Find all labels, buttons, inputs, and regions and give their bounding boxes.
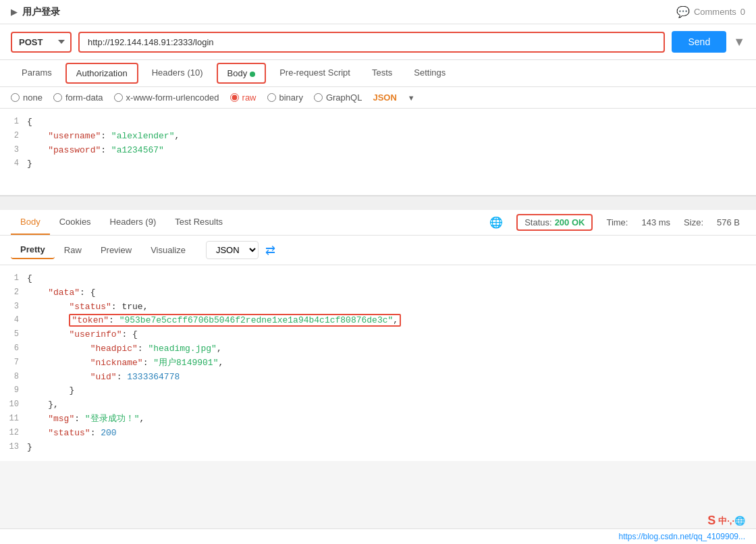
resp-line-12: 12 "status": 200 [0,427,756,441]
resp-line-7: 7 "nickname": "用户8149901", [0,356,756,371]
wrap-icon[interactable]: ⇄ [265,243,275,258]
status-value: 200 OK [555,217,585,227]
req-line-3: 3 "password": "a1234567" [0,144,756,158]
response-status-bar: 🌐 Status: 200 OK Time: 143 ms Size: 576 … [489,214,745,231]
option-none[interactable]: none [11,92,43,103]
resp-tab-body[interactable]: Body [11,210,50,235]
status-group: Status: 200 OK [516,214,593,231]
request-bar: POST GET PUT DELETE Send ▼ [0,24,756,60]
body-options: none form-data x-www-form-urlencoded raw… [0,87,756,109]
collection-title: ▶ 用户登录 [11,6,60,18]
json-format-dropdown[interactable]: ▼ [408,94,415,102]
resp-line-10: 10 }, [0,398,756,412]
fmt-visualize[interactable]: Visualize [141,242,195,259]
option-form-data[interactable]: form-data [53,92,103,103]
req-line-2: 2 "username": "alexlender", [0,130,756,144]
option-graphql[interactable]: GraphQL [314,92,362,103]
tab-settings[interactable]: Settings [403,61,456,86]
comments-count: 0 [740,7,745,17]
time-label: Time: [606,217,628,227]
option-raw[interactable]: raw [230,92,256,103]
resp-line-3: 3 "status": true, [0,300,756,315]
option-urlencoded[interactable]: x-www-form-urlencoded [114,92,219,103]
top-bar: ▶ 用户登录 💬 Comments 0 [0,0,756,24]
tab-body[interactable]: Body [217,63,267,84]
comments-area: 💬 Comments 0 [676,5,745,18]
body-dot [250,72,255,77]
globe-icon[interactable]: 🌐 [489,216,503,229]
status-label: Status: [524,217,551,227]
time-value: 143 ms [641,217,670,227]
response-section: Body Cookies Headers (9) Test Results 🌐 … [0,210,756,461]
fmt-preview[interactable]: Preview [91,242,141,259]
resp-line-6: 6 "headpic": "headimg.jpg", [0,342,756,356]
option-binary[interactable]: binary [267,92,303,103]
resp-line-5: 5 "userinfo": { [0,328,756,342]
expand-icon[interactable]: ▼ [733,35,745,49]
url-input[interactable] [78,32,665,53]
resp-line-13: 13 } [0,441,756,455]
comments-label: Comments [694,7,736,17]
response-tabs-bar: Body Cookies Headers (9) Test Results 🌐 … [0,210,756,236]
tab-params[interactable]: Params [11,61,63,86]
resp-line-8: 8 "uid": 1333364778 [0,371,756,385]
response-format-bar: Pretty Raw Preview Visualize JSON Text H… [0,236,756,265]
fmt-raw[interactable]: Raw [55,242,91,259]
tab-pre-request[interactable]: Pre-request Script [269,61,361,86]
tab-authorization[interactable]: Authorization [65,63,138,84]
resp-tab-test-results[interactable]: Test Results [165,210,232,235]
json-format-label[interactable]: JSON [373,92,396,103]
fmt-pretty[interactable]: Pretty [11,241,55,259]
send-button[interactable]: Send [672,31,726,53]
format-select[interactable]: JSON Text HTML [206,241,259,259]
method-select[interactable]: POST GET PUT DELETE [11,32,72,53]
resp-line-2: 2 "data": { [0,286,756,300]
size-value: 576 B [717,217,740,227]
expand-arrow-icon[interactable]: ▶ [11,7,17,17]
resp-line-1: 1 { [0,272,756,286]
request-tabs-bar: Params Authorization Headers (10) Body P… [0,60,756,87]
tab-tests[interactable]: Tests [361,61,403,86]
collection-name: 用户登录 [22,6,60,18]
resp-line-4: 4 "token": "953be7e5ccff6706b5046f2redne… [0,314,756,328]
resp-line-11: 11 "msg": "登录成功！", [0,412,756,427]
divider [0,196,756,210]
tab-headers[interactable]: Headers (10) [141,61,214,86]
req-line-4: 4 } [0,157,756,171]
response-body: 1 { 2 "data": { 3 "status": true, 4 "tok… [0,265,756,461]
request-body-editor[interactable]: 1 { 2 "username": "alexlender", 3 "passw… [0,109,756,196]
resp-line-9: 9 } [0,384,756,398]
size-label: Size: [684,217,703,227]
resp-tab-headers[interactable]: Headers (9) [101,210,166,235]
comment-icon: 💬 [676,5,690,18]
req-line-1: 1 { [0,115,756,130]
resp-tab-cookies[interactable]: Cookies [50,210,101,235]
